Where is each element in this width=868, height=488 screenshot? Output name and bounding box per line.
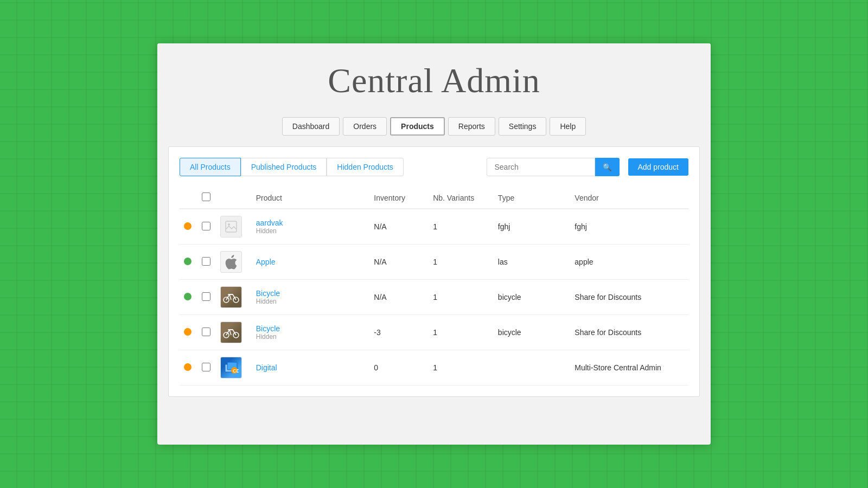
variants-cell: 1 xyxy=(429,209,494,245)
nav-settings[interactable]: Settings xyxy=(499,117,547,136)
row-checkbox[interactable] xyxy=(202,257,210,266)
apple-icon xyxy=(222,253,240,271)
vendor-cell: Multi-Store Central Admin xyxy=(570,350,688,386)
product-thumbnail xyxy=(220,286,242,308)
table-row: AppleN/A1lasapple xyxy=(180,245,688,280)
bicycle-thumbnail xyxy=(221,322,241,343)
row-checkbox-cell xyxy=(197,315,216,350)
header: Central Admin xyxy=(157,43,711,112)
table-row: CD Digital01Multi-Store Central Admin xyxy=(180,350,688,386)
col-header-check xyxy=(197,187,216,209)
type-cell: bicycle xyxy=(494,280,570,315)
bicycle-thumbnail xyxy=(221,287,241,307)
tab-published-products[interactable]: Published Products xyxy=(241,158,327,176)
product-name-link[interactable]: aardvak xyxy=(256,219,366,227)
product-thumbnail xyxy=(220,322,242,343)
placeholder-thumbnail xyxy=(221,216,241,237)
product-name-link[interactable]: Digital xyxy=(256,363,366,372)
bicycle-icon xyxy=(223,291,239,303)
status-cell xyxy=(180,245,197,280)
search-button[interactable]: 🔍 xyxy=(595,158,620,176)
nav-products[interactable]: Products xyxy=(390,117,445,136)
tab-group: All Products Published Products Hidden P… xyxy=(180,158,404,176)
product-image-cell: CD xyxy=(216,350,251,386)
type-cell: bicycle xyxy=(494,315,570,350)
product-image-cell xyxy=(216,209,251,245)
select-all-checkbox[interactable] xyxy=(202,192,210,201)
product-status-label: Hidden xyxy=(256,227,366,235)
col-header-vendor: Vendor xyxy=(570,187,688,209)
svg-point-1 xyxy=(228,223,230,226)
vendor-cell: Share for Discounts xyxy=(570,315,688,350)
add-product-button[interactable]: Add product xyxy=(628,158,689,176)
products-table: Product Inventory Nb. Variants Type Vend… xyxy=(180,187,688,386)
row-checkbox-cell xyxy=(197,350,216,386)
inventory-cell: N/A xyxy=(369,209,429,245)
row-checkbox-cell xyxy=(197,280,216,315)
inventory-cell: N/A xyxy=(369,280,429,315)
search-icon: 🔍 xyxy=(603,163,612,171)
content-area: All Products Published Products Hidden P… xyxy=(168,146,700,397)
row-checkbox-cell xyxy=(197,245,216,280)
row-checkbox[interactable] xyxy=(202,328,210,336)
nav-reports[interactable]: Reports xyxy=(448,117,495,136)
col-header-variants: Nb. Variants xyxy=(429,187,494,209)
product-status-label: Hidden xyxy=(256,298,366,305)
variants-cell: 1 xyxy=(429,280,494,315)
row-checkbox[interactable] xyxy=(202,363,210,371)
nav-orders[interactable]: Orders xyxy=(343,117,387,136)
type-cell: las xyxy=(494,245,570,280)
tab-hidden-products[interactable]: Hidden Products xyxy=(327,158,404,176)
product-name-cell: Apple xyxy=(252,245,370,280)
product-name-cell: aardvakHidden xyxy=(252,209,370,245)
product-name-cell: Digital xyxy=(252,350,370,386)
status-cell xyxy=(180,315,197,350)
product-name-link[interactable]: Apple xyxy=(256,258,366,266)
type-cell xyxy=(494,350,570,386)
status-cell xyxy=(180,350,197,386)
status-cell xyxy=(180,280,197,315)
product-name-cell: BicycleHidden xyxy=(252,315,370,350)
table-row: BicycleHiddenN/A1bicycleShare for Discou… xyxy=(180,280,688,315)
product-name-link[interactable]: Bicycle xyxy=(256,289,366,298)
search-group: 🔍 xyxy=(487,158,620,176)
product-thumbnail: CD xyxy=(220,357,242,378)
table-body: aardvakHiddenN/A1fghjfghjAppleN/A1lasapp… xyxy=(180,209,688,386)
row-checkbox[interactable] xyxy=(202,222,210,230)
nav-dashboard[interactable]: Dashboard xyxy=(282,117,340,136)
vendor-cell: fghj xyxy=(570,209,688,245)
col-header-img xyxy=(216,187,251,209)
type-cell: fghj xyxy=(494,209,570,245)
search-add-group: 🔍 Add product xyxy=(487,158,689,176)
vendor-cell: Share for Discounts xyxy=(570,280,688,315)
product-status-label: Hidden xyxy=(256,333,366,341)
main-panel: Central Admin Dashboard Orders Products … xyxy=(157,43,711,445)
tab-all-products[interactable]: All Products xyxy=(180,158,241,176)
bicycle-icon xyxy=(223,326,239,338)
product-thumbnail xyxy=(220,216,242,237)
svg-rect-0 xyxy=(226,221,237,232)
svg-text:CD: CD xyxy=(233,368,239,374)
variants-cell: 1 xyxy=(429,350,494,386)
vendor-cell: apple xyxy=(570,245,688,280)
toolbar: All Products Published Products Hidden P… xyxy=(180,158,688,176)
box-icon: CD xyxy=(224,360,239,375)
status-cell xyxy=(180,209,197,245)
status-dot xyxy=(184,328,192,336)
row-checkbox[interactable] xyxy=(202,292,210,301)
search-input[interactable] xyxy=(487,158,595,176)
product-name-link[interactable]: Bicycle xyxy=(256,324,366,333)
status-dot xyxy=(184,363,192,371)
col-header-type: Type xyxy=(494,187,570,209)
table-header-row: Product Inventory Nb. Variants Type Vend… xyxy=(180,187,688,209)
product-thumbnail xyxy=(220,251,242,273)
status-dot xyxy=(184,293,192,300)
product-image-cell xyxy=(216,245,251,280)
col-header-product: Product xyxy=(252,187,370,209)
col-header-status xyxy=(180,187,197,209)
inventory-cell: N/A xyxy=(369,245,429,280)
nav-help[interactable]: Help xyxy=(550,117,586,136)
digital-thumbnail: CD xyxy=(221,357,241,378)
variants-cell: 1 xyxy=(429,245,494,280)
nav-bar: Dashboard Orders Products Reports Settin… xyxy=(157,112,711,146)
